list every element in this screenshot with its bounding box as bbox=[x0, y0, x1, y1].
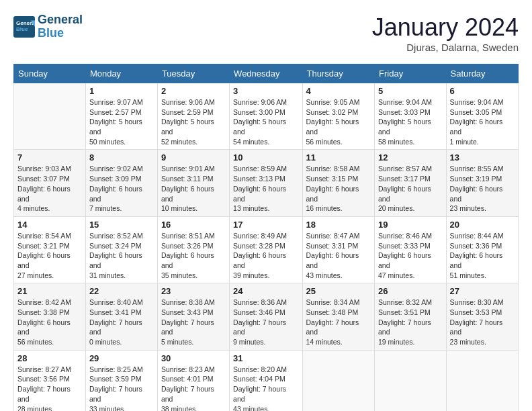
day-info: Sunrise: 8:36 AMSunset: 3:46 PMDaylight:… bbox=[233, 298, 298, 347]
calendar-cell: 5Sunrise: 9:04 AMSunset: 3:03 PMDaylight… bbox=[375, 83, 447, 150]
day-info: Sunrise: 9:01 AMSunset: 3:11 PMDaylight:… bbox=[161, 164, 226, 213]
day-info: Sunrise: 8:20 AMSunset: 4:04 PMDaylight:… bbox=[233, 365, 298, 411]
calendar-cell: 20Sunrise: 8:44 AMSunset: 3:36 PMDayligh… bbox=[446, 216, 518, 283]
location: Djuras, Dalarna, Sweden bbox=[372, 42, 519, 53]
calendar-cell: 29Sunrise: 8:25 AMSunset: 3:59 PMDayligh… bbox=[85, 350, 157, 411]
calendar-cell: 19Sunrise: 8:46 AMSunset: 3:33 PMDayligh… bbox=[375, 216, 447, 283]
day-number: 10 bbox=[233, 152, 298, 163]
day-number: 7 bbox=[17, 152, 82, 163]
day-info: Sunrise: 9:07 AMSunset: 2:57 PMDaylight:… bbox=[89, 97, 154, 146]
calendar-week-row: 14Sunrise: 8:54 AMSunset: 3:21 PMDayligh… bbox=[14, 216, 519, 283]
weekday-header-row: SundayMondayTuesdayWednesdayThursdayFrid… bbox=[14, 64, 519, 83]
weekday-header: Thursday bbox=[302, 64, 375, 83]
calendar-cell: 25Sunrise: 8:34 AMSunset: 3:48 PMDayligh… bbox=[302, 283, 375, 350]
day-number: 30 bbox=[161, 353, 226, 363]
logo-icon: General Blue bbox=[13, 16, 35, 38]
day-info: Sunrise: 8:25 AMSunset: 3:59 PMDaylight:… bbox=[89, 365, 154, 411]
day-info: Sunrise: 9:04 AMSunset: 3:05 PMDaylight:… bbox=[450, 97, 515, 146]
calendar-cell: 3Sunrise: 9:06 AMSunset: 3:00 PMDaylight… bbox=[230, 83, 302, 150]
day-info: Sunrise: 8:42 AMSunset: 3:38 PMDaylight:… bbox=[17, 298, 82, 347]
day-number: 28 bbox=[17, 353, 82, 363]
day-info: Sunrise: 8:46 AMSunset: 3:33 PMDaylight:… bbox=[378, 231, 443, 280]
day-number: 14 bbox=[17, 220, 82, 230]
day-number: 11 bbox=[306, 152, 371, 163]
day-number: 29 bbox=[89, 353, 154, 363]
day-info: Sunrise: 8:55 AMSunset: 3:19 PMDaylight:… bbox=[450, 164, 515, 213]
calendar-cell: 31Sunrise: 8:20 AMSunset: 4:04 PMDayligh… bbox=[230, 350, 302, 411]
calendar-cell bbox=[446, 350, 518, 411]
month-title: January 2024 bbox=[372, 13, 519, 42]
calendar-cell: 23Sunrise: 8:38 AMSunset: 3:43 PMDayligh… bbox=[157, 283, 229, 350]
calendar-cell: 11Sunrise: 8:58 AMSunset: 3:15 PMDayligh… bbox=[302, 150, 375, 216]
day-info: Sunrise: 8:38 AMSunset: 3:43 PMDaylight:… bbox=[161, 298, 226, 347]
day-info: Sunrise: 8:49 AMSunset: 3:28 PMDaylight:… bbox=[233, 231, 298, 280]
weekday-header: Monday bbox=[85, 64, 157, 83]
day-info: Sunrise: 8:44 AMSunset: 3:36 PMDaylight:… bbox=[450, 231, 515, 280]
day-number: 19 bbox=[378, 220, 443, 230]
day-info: Sunrise: 8:54 AMSunset: 3:21 PMDaylight:… bbox=[17, 231, 82, 280]
day-info: Sunrise: 8:40 AMSunset: 3:41 PMDaylight:… bbox=[89, 298, 154, 347]
title-block: January 2024 Djuras, Dalarna, Sweden bbox=[372, 13, 519, 53]
day-info: Sunrise: 8:58 AMSunset: 3:15 PMDaylight:… bbox=[306, 164, 371, 213]
day-number: 22 bbox=[89, 286, 154, 296]
day-number: 18 bbox=[306, 220, 371, 230]
day-number: 3 bbox=[233, 86, 298, 96]
page-header: General Blue General Blue January 2024 D… bbox=[13, 13, 519, 53]
day-number: 12 bbox=[378, 152, 443, 163]
calendar-cell: 18Sunrise: 8:47 AMSunset: 3:31 PMDayligh… bbox=[302, 216, 375, 283]
day-number: 1 bbox=[89, 86, 154, 96]
day-number: 16 bbox=[161, 220, 226, 230]
calendar-cell: 30Sunrise: 8:23 AMSunset: 4:01 PMDayligh… bbox=[157, 350, 229, 411]
weekday-header: Saturday bbox=[446, 64, 518, 83]
weekday-header: Tuesday bbox=[157, 64, 229, 83]
calendar-cell: 7Sunrise: 9:03 AMSunset: 3:07 PMDaylight… bbox=[14, 150, 86, 216]
svg-text:Blue: Blue bbox=[16, 26, 28, 32]
calendar-cell: 6Sunrise: 9:04 AMSunset: 3:05 PMDaylight… bbox=[446, 83, 518, 150]
calendar-week-row: 7Sunrise: 9:03 AMSunset: 3:07 PMDaylight… bbox=[14, 150, 519, 216]
day-number: 24 bbox=[233, 286, 298, 296]
calendar-cell: 22Sunrise: 8:40 AMSunset: 3:41 PMDayligh… bbox=[85, 283, 157, 350]
day-number: 4 bbox=[306, 86, 371, 96]
weekday-header: Wednesday bbox=[230, 64, 302, 83]
calendar-week-row: 21Sunrise: 8:42 AMSunset: 3:38 PMDayligh… bbox=[14, 283, 519, 350]
calendar-cell: 13Sunrise: 8:55 AMSunset: 3:19 PMDayligh… bbox=[446, 150, 518, 216]
day-info: Sunrise: 8:59 AMSunset: 3:13 PMDaylight:… bbox=[233, 164, 298, 213]
weekday-header: Sunday bbox=[14, 64, 86, 83]
calendar-cell: 24Sunrise: 8:36 AMSunset: 3:46 PMDayligh… bbox=[230, 283, 302, 350]
calendar-table: SundayMondayTuesdayWednesdayThursdayFrid… bbox=[13, 64, 519, 411]
logo-text: General Blue bbox=[38, 13, 83, 40]
day-number: 20 bbox=[450, 220, 515, 230]
day-info: Sunrise: 9:06 AMSunset: 2:59 PMDaylight:… bbox=[161, 97, 226, 146]
day-info: Sunrise: 8:34 AMSunset: 3:48 PMDaylight:… bbox=[306, 298, 371, 347]
day-info: Sunrise: 8:23 AMSunset: 4:01 PMDaylight:… bbox=[161, 365, 226, 411]
calendar-cell: 16Sunrise: 8:51 AMSunset: 3:26 PMDayligh… bbox=[157, 216, 229, 283]
calendar-week-row: 28Sunrise: 8:27 AMSunset: 3:56 PMDayligh… bbox=[14, 350, 519, 411]
calendar-cell: 17Sunrise: 8:49 AMSunset: 3:28 PMDayligh… bbox=[230, 216, 302, 283]
calendar-cell bbox=[375, 350, 447, 411]
day-info: Sunrise: 8:27 AMSunset: 3:56 PMDaylight:… bbox=[17, 365, 82, 411]
day-info: Sunrise: 9:03 AMSunset: 3:07 PMDaylight:… bbox=[17, 164, 82, 213]
day-info: Sunrise: 8:30 AMSunset: 3:53 PMDaylight:… bbox=[450, 298, 515, 347]
calendar-cell: 28Sunrise: 8:27 AMSunset: 3:56 PMDayligh… bbox=[14, 350, 86, 411]
day-info: Sunrise: 9:06 AMSunset: 3:00 PMDaylight:… bbox=[233, 97, 298, 146]
day-number: 27 bbox=[450, 286, 515, 296]
calendar-cell: 4Sunrise: 9:05 AMSunset: 3:02 PMDaylight… bbox=[302, 83, 375, 150]
day-info: Sunrise: 9:04 AMSunset: 3:03 PMDaylight:… bbox=[378, 97, 443, 146]
day-number: 25 bbox=[306, 286, 371, 296]
day-info: Sunrise: 8:51 AMSunset: 3:26 PMDaylight:… bbox=[161, 231, 226, 280]
calendar-cell: 27Sunrise: 8:30 AMSunset: 3:53 PMDayligh… bbox=[446, 283, 518, 350]
day-info: Sunrise: 8:47 AMSunset: 3:31 PMDaylight:… bbox=[306, 231, 371, 280]
day-info: Sunrise: 9:05 AMSunset: 3:02 PMDaylight:… bbox=[306, 97, 371, 146]
calendar-cell bbox=[14, 83, 86, 150]
calendar-cell: 10Sunrise: 8:59 AMSunset: 3:13 PMDayligh… bbox=[230, 150, 302, 216]
day-info: Sunrise: 8:52 AMSunset: 3:24 PMDaylight:… bbox=[89, 231, 154, 280]
day-number: 23 bbox=[161, 286, 226, 296]
day-number: 21 bbox=[17, 286, 82, 296]
logo: General Blue General Blue bbox=[13, 13, 83, 40]
calendar-cell: 8Sunrise: 9:02 AMSunset: 3:09 PMDaylight… bbox=[85, 150, 157, 216]
day-number: 31 bbox=[233, 353, 298, 363]
calendar-cell: 2Sunrise: 9:06 AMSunset: 2:59 PMDaylight… bbox=[157, 83, 229, 150]
calendar-cell: 14Sunrise: 8:54 AMSunset: 3:21 PMDayligh… bbox=[14, 216, 86, 283]
day-info: Sunrise: 8:32 AMSunset: 3:51 PMDaylight:… bbox=[378, 298, 443, 347]
day-number: 2 bbox=[161, 86, 226, 96]
